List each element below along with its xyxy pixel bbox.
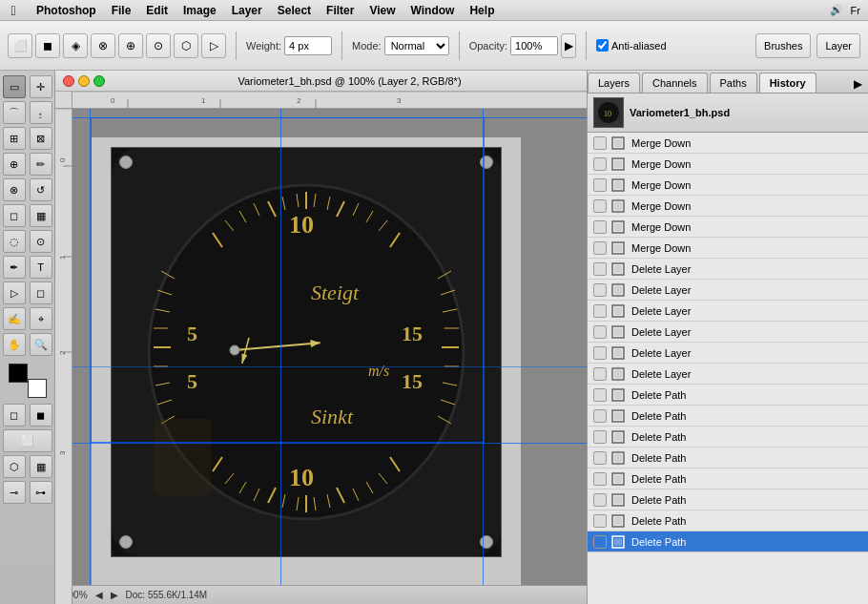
foreground-color-swatch[interactable] <box>9 364 28 383</box>
mode-select[interactable]: Normal Dissolve Multiply <box>384 36 449 55</box>
menu-image[interactable]: Image <box>176 2 224 19</box>
right-panel: Layers Channels Paths History ▶ 10 Vario… <box>587 71 868 604</box>
eyedropper-tool[interactable]: ⌖ <box>30 307 52 330</box>
blur-tool[interactable]: ◌ <box>3 230 26 253</box>
history-item-18[interactable]: Delete Path <box>588 510 868 531</box>
history-list[interactable]: Merge DownMerge DownMerge DownMerge Down… <box>588 133 868 604</box>
brush-option5-btn[interactable]: ⬡ <box>174 33 198 58</box>
quick-mask-btn[interactable]: ◼ <box>30 404 52 427</box>
history-item-19[interactable]: Delete Path <box>588 531 868 552</box>
svg-text:1: 1 <box>201 96 206 105</box>
history-item-1[interactable]: Merge Down <box>588 154 868 175</box>
layer-icon-2 <box>610 177 626 193</box>
background-color-swatch[interactable] <box>28 379 47 398</box>
pen-tool[interactable]: ✒ <box>3 256 26 279</box>
tab-paths[interactable]: Paths <box>710 73 757 93</box>
dodge-tool[interactable]: ⊙ <box>30 230 52 253</box>
history-item-7[interactable]: Delete Layer <box>588 280 868 301</box>
opacity-input[interactable] <box>510 36 558 55</box>
history-item-8[interactable]: Delete Layer <box>588 301 868 322</box>
opacity-label: Opacity: <box>469 40 507 52</box>
svg-rect-88 <box>614 181 622 189</box>
svg-rect-92 <box>614 223 622 231</box>
notes-tool[interactable]: ✍ <box>3 307 26 330</box>
brush-tool[interactable]: ✏ <box>30 153 52 176</box>
type-tool[interactable]: T <box>30 256 52 279</box>
canvas-wrapper[interactable]: 0 1 2 3 0 1 2 <box>55 92 587 604</box>
history-item-16[interactable]: Delete Path <box>588 469 868 489</box>
status-arrow-left[interactable]: ◀ <box>95 590 103 600</box>
history-item-4[interactable]: Merge Down <box>588 217 868 238</box>
document-thumbnail: 10 <box>593 97 624 128</box>
menu-help[interactable]: Help <box>462 2 502 19</box>
history-item-12[interactable]: Delete Path <box>588 385 868 406</box>
zoom-tool[interactable]: 🔍 <box>30 333 52 356</box>
marquee-tool[interactable]: ▭ <box>3 75 26 98</box>
eraser-tool[interactable]: ◻ <box>3 204 26 227</box>
magic-wand-tool[interactable]: ⍚ <box>30 101 52 124</box>
crop-tool[interactable]: ⊞ <box>3 127 26 150</box>
brush-option4-btn[interactable]: ⊙ <box>146 33 171 58</box>
menu-view[interactable]: View <box>362 2 403 19</box>
menu-filter[interactable]: Filter <box>319 2 362 19</box>
menu-layer[interactable]: Layer <box>224 2 270 19</box>
weight-input[interactable] <box>284 36 332 55</box>
menu-photoshop[interactable]: Photoshop <box>29 2 104 19</box>
history-item-5[interactable]: Merge Down <box>588 238 868 259</box>
path-select-tool[interactable]: ▷ <box>3 281 26 304</box>
screen-mode-btn[interactable]: ⬜ <box>3 429 52 452</box>
history-item-2[interactable]: Merge Down <box>588 175 868 196</box>
tab-channels[interactable]: Channels <box>642 73 707 93</box>
extra-btn1[interactable]: ⬡ <box>3 455 26 478</box>
brush-option3-btn[interactable]: ⊕ <box>118 33 143 58</box>
anti-alias-checkbox[interactable] <box>596 39 609 52</box>
history-item-13[interactable]: Delete Path <box>588 406 868 427</box>
history-item-0[interactable]: Merge Down <box>588 133 868 154</box>
history-item-10[interactable]: Delete Layer <box>588 343 868 364</box>
move-tool[interactable]: ✛ <box>30 75 52 98</box>
history-item-14[interactable]: Delete Path <box>588 427 868 448</box>
brush-preset-btn[interactable]: ⬜ <box>8 33 32 58</box>
history-item-6[interactable]: Delete Layer <box>588 259 868 280</box>
layer-button[interactable]: Layer <box>816 33 860 58</box>
extra-btn3[interactable]: ⊸ <box>3 481 26 504</box>
opacity-arrow-btn[interactable]: ▶ <box>561 33 576 58</box>
menu-edit[interactable]: Edit <box>138 2 176 19</box>
shape-tool[interactable]: ◻ <box>30 281 52 304</box>
lasso-tool[interactable]: ⌒ <box>3 101 26 124</box>
weight-group: Weight: <box>246 36 332 55</box>
menu-window[interactable]: Window <box>403 2 463 19</box>
extra-btn2[interactable]: ▦ <box>30 455 52 478</box>
maximize-button[interactable] <box>93 75 105 87</box>
brush-option6-btn[interactable]: ▷ <box>201 33 226 58</box>
brush-option2-btn[interactable]: ⊗ <box>91 33 115 58</box>
history-brush-tool[interactable]: ↺ <box>30 178 52 201</box>
history-item-17[interactable]: Delete Path <box>588 489 868 510</box>
history-item-3[interactable]: Merge Down <box>588 196 868 217</box>
extra-btn4[interactable]: ⊶ <box>30 481 52 504</box>
brushes-button[interactable]: Brushes <box>755 33 811 58</box>
history-item-9[interactable]: Delete Layer <box>588 322 868 343</box>
hand-tool[interactable]: ✋ <box>3 333 26 356</box>
close-button[interactable] <box>63 75 74 87</box>
color-swatches <box>9 364 47 398</box>
tab-history[interactable]: History <box>759 73 816 93</box>
healing-tool[interactable]: ⊕ <box>3 153 26 176</box>
clone-tool[interactable]: ⊗ <box>3 178 26 201</box>
brush-option1-btn[interactable]: ◈ <box>63 33 88 58</box>
tab-layers[interactable]: Layers <box>588 73 640 93</box>
history-item-15[interactable]: Delete Path <box>588 448 868 469</box>
gradient-tool[interactable]: ▦ <box>30 204 52 227</box>
status-arrow-right[interactable]: ▶ <box>111 590 118 600</box>
canvas-content[interactable]: 10 Steigt 5 15 m/s <box>72 109 587 585</box>
menu-select[interactable]: Select <box>270 2 319 19</box>
minimize-button[interactable] <box>78 75 90 87</box>
anti-alias-group: Anti-aliased <box>596 39 666 52</box>
brush-shape-btn[interactable]: ◼ <box>35 33 60 58</box>
standard-mode-btn[interactable]: ◻ <box>3 404 26 427</box>
history-item-11[interactable]: Delete Layer <box>588 364 868 385</box>
apple-menu[interactable]:  <box>4 3 23 18</box>
menu-file[interactable]: File <box>104 2 139 19</box>
slice-tool[interactable]: ⊠ <box>30 127 52 150</box>
panel-options-btn[interactable]: ▶ <box>848 75 868 93</box>
